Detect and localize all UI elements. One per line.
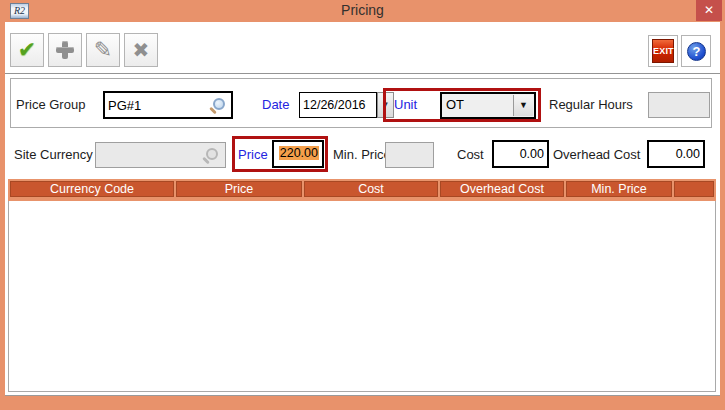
column-header-min-price: Min. Price: [566, 181, 672, 197]
exit-label: EXIT: [652, 39, 674, 63]
regular-hours-field: [648, 92, 710, 118]
unit-combobox[interactable]: OT ▼: [440, 92, 536, 119]
column-header-overhead-cost: Overhead Cost: [440, 181, 564, 197]
cost-label: Cost: [457, 147, 484, 162]
site-currency-field: [95, 142, 226, 168]
column-header-cost: Cost: [304, 181, 438, 197]
price-value-selected: 220.00: [279, 146, 319, 160]
price-group-label: Price Group: [16, 97, 85, 112]
unit-value: OT: [446, 97, 464, 112]
exit-button[interactable]: EXIT: [648, 35, 678, 67]
toolbar-separator: [5, 73, 720, 75]
edit-button[interactable]: ✎: [86, 33, 120, 67]
question-mark-icon: ?: [687, 42, 706, 61]
price-group-field-wrap: [103, 91, 233, 119]
plus-icon: [56, 41, 74, 59]
lookup-icon-disabled: [206, 148, 218, 160]
price-field[interactable]: 220.00: [272, 140, 324, 168]
pricing-window: R2 Pricing ✕ ✔ ✎ ✖ EXIT ? Price Group: [0, 0, 725, 410]
lookup-icon[interactable]: [213, 98, 225, 110]
cost-input[interactable]: [494, 142, 547, 166]
overhead-cost-label: Overhead Cost: [553, 147, 640, 162]
title-bar: R2 Pricing ✕: [0, 0, 725, 22]
accept-button[interactable]: ✔: [10, 33, 44, 67]
min-price-label: Min. Price: [333, 147, 391, 162]
add-button[interactable]: [48, 33, 82, 67]
grid-header-row: Currency Code Price Cost Overhead Cost M…: [8, 179, 716, 201]
close-button[interactable]: ✕: [696, 0, 722, 21]
unit-label: Unit: [394, 97, 417, 112]
overhead-cost-field-wrap: [647, 140, 705, 168]
date-label: Date: [262, 97, 289, 112]
chevron-down-icon[interactable]: ▼: [513, 95, 533, 116]
price-label: Price: [238, 147, 268, 162]
column-header-price: Price: [176, 181, 302, 197]
delete-button[interactable]: ✖: [124, 33, 158, 67]
date-input[interactable]: [300, 93, 376, 117]
site-currency-label: Site Currency: [14, 147, 93, 162]
cost-field-wrap: [492, 140, 549, 168]
checkmark-icon: ✔: [18, 37, 36, 62]
overhead-cost-input[interactable]: [649, 142, 703, 166]
window-content: ✔ ✎ ✖ EXIT ? Price Group Date ▼: [5, 22, 720, 396]
help-button[interactable]: ?: [681, 35, 711, 67]
window-title: Pricing: [0, 2, 725, 18]
pencil-icon: ✎: [94, 37, 112, 62]
column-header-currency-code: Currency Code: [10, 181, 174, 197]
min-price-field: [385, 142, 434, 168]
close-icon: ✕: [704, 3, 714, 17]
grid-body-empty[interactable]: [8, 201, 716, 392]
regular-hours-label: Regular Hours: [549, 97, 633, 112]
date-field-wrap: [299, 92, 377, 118]
column-header-spacer: [674, 181, 714, 197]
x-icon: ✖: [133, 39, 150, 61]
